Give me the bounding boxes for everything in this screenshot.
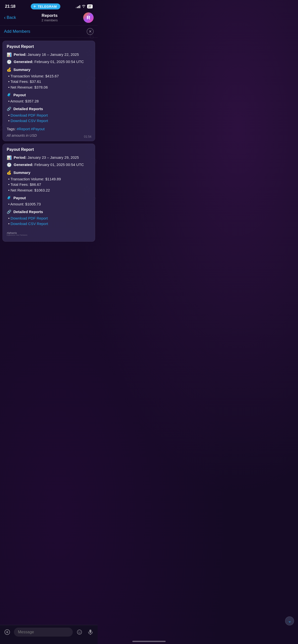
summary-label-2: Summary — [14, 170, 30, 175]
payout-bullets-2: • Amount: $1005.73 — [8, 202, 91, 207]
period-label-1: Period: — [14, 52, 27, 56]
back-label: Back — [7, 15, 16, 20]
download-links-1: • Download PDF Report • Download CSV Rep… — [8, 113, 91, 124]
summary-bullets-2: • Transaction Volume: $1149.89 • Total F… — [8, 176, 91, 193]
tag-report-1[interactable]: #Report — [17, 127, 30, 131]
nav-header: ‹ Back Reports 2 members R — [0, 12, 98, 25]
money-bag-icon-2: 💰 — [7, 170, 12, 175]
period-chart-icon: 📊 — [7, 52, 12, 58]
period-value-1: January 16 – January 22, 2025 — [28, 52, 79, 56]
tag-payout-1[interactable]: #Payout — [31, 127, 45, 131]
payout-amount-1: • Amount: $357.28 — [8, 98, 91, 104]
briefcase-icon-2: 🧳 — [7, 196, 12, 200]
nav-center: Reports 2 members — [42, 13, 58, 22]
card-1-title: Payout Report — [7, 44, 91, 49]
clock-icon-2: 🕐 — [7, 162, 12, 168]
payout-header-1: 🧳 Payout — [7, 92, 91, 97]
chat-area: Payout Report 📊 Period: January 16 – Jan… — [0, 38, 98, 262]
status-right: 27 — [76, 4, 93, 8]
detailed-header-2: 🔗 Detailed Reports — [7, 210, 91, 214]
status-time: 21:18 — [5, 4, 16, 9]
generated-label-2: Generated: — [14, 162, 33, 167]
payout-amount-2: • Amount: $1005.73 — [8, 202, 91, 207]
watermark: Alphazria Experience Your Fantasies — [7, 232, 91, 236]
transaction-volume-1: • Transaction Volume: $415.67 — [8, 74, 91, 79]
payout-header-2: 🧳 Payout — [7, 196, 91, 200]
payout-bullets-1: • Amount: $357.28 — [8, 98, 91, 104]
avatar[interactable]: R — [83, 12, 94, 23]
detailed-header-1: 🔗 Detailed Reports — [7, 107, 91, 111]
nav-title: Reports — [42, 13, 58, 18]
battery-level: 27 — [88, 5, 91, 8]
card-2-period-row: 📊 Period: January 23 – January 29, 2025 — [7, 155, 91, 160]
back-button[interactable]: ‹ Back — [4, 15, 16, 20]
money-bag-icon-1: 💰 — [7, 68, 12, 72]
signal-bar-2 — [77, 7, 78, 8]
period-label-2: Period: — [14, 155, 27, 160]
detailed-label-2: Detailed Reports — [14, 210, 43, 214]
briefcase-icon-1: 🧳 — [7, 92, 12, 97]
nav-subtitle: 2 members — [42, 18, 58, 22]
watermark-brand: Alphazria — [7, 232, 91, 234]
tags-row-1: Tags: #Report #Payout — [7, 127, 91, 131]
generated-label-1: Generated: — [14, 60, 33, 64]
telegram-label: TELEGRAM — [38, 5, 57, 8]
card-2-generated-row: 🕐 Generated: February 01, 2025 00:54 UTC — [7, 162, 91, 168]
tags-label-1: Tags: — [7, 127, 16, 131]
detailed-label-1: Detailed Reports — [14, 107, 43, 111]
close-icon: ✕ — [89, 29, 92, 34]
card-1-period-row: 📊 Period: January 16 – January 22, 2025 — [7, 52, 91, 58]
payout-label-2: Payout — [14, 196, 26, 200]
wifi-icon — [82, 4, 86, 8]
generated-value-1: February 01, 2025 00:54 UTC — [34, 60, 84, 64]
total-fees-2: • Total Fees: $86.67 — [8, 182, 91, 188]
telegram-icon: ✈ — [33, 4, 36, 8]
add-members-button[interactable]: Add Members — [4, 29, 30, 34]
battery-indicator: 27 — [87, 4, 93, 8]
card-2-title: Payout Report — [7, 147, 91, 152]
download-csv-1[interactable]: Download CSV Report — [11, 118, 48, 123]
avatar-letter: R — [87, 15, 90, 20]
watermark-tagline: Experience Your Fantasies — [7, 234, 91, 236]
net-revenue-2: • Net Revenue: $1063.22 — [8, 188, 91, 193]
close-button[interactable]: ✕ — [87, 28, 94, 35]
signal-bars — [76, 5, 80, 8]
summary-header-1: 💰 Summary — [7, 68, 91, 72]
summary-header-2: 💰 Summary — [7, 170, 91, 175]
period-chart-icon-2: 📊 — [7, 155, 12, 160]
message-card-2: Payout Report 📊 Period: January 23 – Jan… — [3, 144, 95, 242]
transaction-volume-2: • Transaction Volume: $1149.89 — [8, 176, 91, 182]
download-csv-2[interactable]: Download CSV Report — [11, 222, 48, 226]
status-bar: 21:18 ✈ TELEGRAM 27 — [0, 0, 98, 12]
usd-note-1: All amounts in USD — [7, 134, 91, 138]
card-1-generated-row: 🕐 Generated: February 01, 2025 00:54 UTC — [7, 59, 91, 65]
message-card-1: Payout Report 📊 Period: January 16 – Jan… — [3, 41, 95, 141]
message-time-1: 01:54 — [84, 135, 91, 138]
period-value-2: January 23 – January 29, 2025 — [28, 155, 79, 160]
signal-bar-4 — [80, 5, 80, 8]
payout-label-1: Payout — [14, 93, 26, 97]
download-pdf-1[interactable]: Download PDF Report — [11, 113, 48, 117]
summary-label-1: Summary — [14, 68, 30, 72]
signal-bar-3 — [78, 6, 79, 8]
total-fees-1: • Total Fees: $37.61 — [8, 79, 91, 84]
add-members-bar: Add Members ✕ — [0, 25, 98, 38]
net-revenue-1: • Net Revenue: $378.06 — [8, 84, 91, 90]
download-pdf-2[interactable]: Download PDF Report — [11, 216, 48, 220]
summary-bullets-1: • Transaction Volume: $415.67 • Total Fe… — [8, 74, 91, 90]
link-icon-1: 🔗 — [7, 107, 12, 111]
back-chevron-icon: ‹ — [4, 15, 6, 20]
signal-bar-1 — [76, 7, 77, 8]
telegram-pill: ✈ TELEGRAM — [31, 4, 60, 10]
download-links-2: • Download PDF Report • Download CSV Rep… — [8, 216, 91, 227]
clock-icon-1: 🕐 — [7, 59, 12, 65]
generated-value-2: February 01, 2025 00:54 UTC — [34, 162, 84, 167]
link-icon-2: 🔗 — [7, 210, 12, 214]
